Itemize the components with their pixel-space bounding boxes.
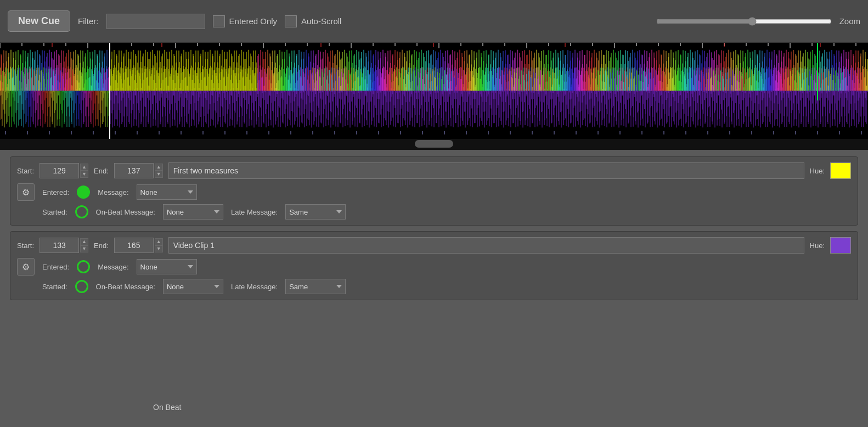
cue1-late-select[interactable]: Same None MIDI OSC — [285, 204, 346, 220]
cue2-hue-swatch[interactable] — [830, 237, 851, 254]
cue2-end-input[interactable] — [114, 238, 154, 253]
cue1-gear-button[interactable]: ⚙ — [17, 183, 35, 201]
cue1-message-select[interactable]: None MIDI OSC DMX — [137, 184, 197, 200]
cue2-row2: ⚙ Entered: Message: None MIDI OSC DMX — [17, 258, 851, 276]
cue2-start-label: Start: — [17, 241, 34, 250]
cue1-message-label: Message: — [98, 188, 128, 196]
cue2-row3: Started: On-Beat Message: None MIDI OSC … — [42, 279, 851, 294]
cue1-started-indicator[interactable] — [75, 205, 88, 218]
cue1-row1: Start: ▲ ▼ End: ▲ ▼ Hue: — [17, 162, 851, 179]
auto-scroll-group: Auto-Scroll — [285, 15, 341, 27]
cue2-late-select[interactable]: Same None MIDI OSC — [285, 279, 346, 294]
cue1-end-arrows: ▲ ▼ — [155, 164, 163, 178]
entered-only-label: Entered Only — [229, 16, 278, 26]
cue2-name-input[interactable] — [168, 237, 804, 254]
cue1-onbeat-select[interactable]: None MIDI OSC DMX — [163, 204, 223, 220]
waveform-scrollbar[interactable] — [415, 140, 453, 148]
toolbar: New Cue Filter: Entered Only Auto-Scroll… — [0, 0, 868, 43]
cue2-start-up[interactable]: ▲ — [80, 238, 88, 245]
cue2-start-down[interactable]: ▼ — [80, 245, 88, 252]
cue-block-1: Start: ▲ ▼ End: ▲ ▼ Hue: ⚙ Ent — [10, 156, 858, 226]
cue1-started-label: Started: — [42, 208, 67, 216]
cue1-start-arrows: ▲ ▼ — [80, 164, 88, 178]
cue1-start-down[interactable]: ▼ — [80, 171, 88, 178]
cue1-entered-label: Entered: — [42, 188, 69, 196]
waveform-container[interactable] — [0, 43, 868, 150]
on-beat-label: On Beat — [153, 403, 181, 412]
cue1-entered-indicator[interactable] — [77, 186, 90, 199]
cue1-hue-label: Hue: — [810, 167, 825, 175]
cue2-started-indicator[interactable] — [75, 280, 88, 293]
cue1-start-stepper: ▲ ▼ — [40, 163, 88, 178]
cue1-start-label: Start: — [17, 167, 34, 175]
main-content: Start: ▲ ▼ End: ▲ ▼ Hue: ⚙ Ent — [0, 150, 868, 307]
cue2-end-arrows: ▲ ▼ — [155, 238, 163, 252]
cue1-start-up[interactable]: ▲ — [80, 164, 88, 171]
cue2-message-select[interactable]: None MIDI OSC DMX — [137, 259, 197, 274]
cue1-end-input[interactable] — [114, 163, 154, 178]
cue2-end-up[interactable]: ▲ — [155, 238, 163, 245]
cue1-end-label: End: — [94, 167, 109, 175]
cue1-onbeat-label: On-Beat Message: — [96, 208, 155, 216]
auto-scroll-label: Auto-Scroll — [301, 16, 341, 26]
waveform-canvas — [0, 43, 868, 139]
cue2-message-label: Message: — [98, 263, 128, 271]
cue2-start-input[interactable] — [40, 238, 79, 253]
cue2-end-down[interactable]: ▼ — [155, 245, 163, 252]
cue2-hue-label: Hue: — [810, 241, 825, 250]
cue2-start-arrows: ▲ ▼ — [80, 238, 88, 252]
cue1-late-label: Late Message: — [231, 208, 278, 216]
cue2-onbeat-select[interactable]: None MIDI OSC DMX — [163, 279, 223, 294]
cue1-end-down[interactable]: ▼ — [155, 171, 163, 178]
cue1-hue-swatch[interactable] — [830, 162, 851, 179]
cue1-end-up[interactable]: ▲ — [155, 164, 163, 171]
filter-input[interactable] — [106, 14, 205, 29]
cue2-entered-label: Entered: — [42, 263, 69, 271]
new-cue-button[interactable]: New Cue — [8, 10, 70, 32]
cue2-onbeat-label: On-Beat Message: — [96, 283, 155, 291]
zoom-slider[interactable] — [656, 17, 832, 26]
entered-only-checkbox[interactable] — [213, 15, 225, 27]
cue1-start-input[interactable] — [40, 163, 79, 178]
cue2-started-label: Started: — [42, 283, 67, 291]
filter-label: Filter: — [78, 16, 99, 26]
cue1-end-stepper: ▲ ▼ — [114, 163, 163, 178]
cue1-row3: Started: On-Beat Message: None MIDI OSC … — [42, 204, 851, 220]
cue2-gear-button[interactable]: ⚙ — [17, 258, 35, 276]
cue2-entered-indicator[interactable] — [77, 260, 90, 273]
zoom-label: Zoom — [839, 16, 860, 26]
cue2-end-label: End: — [94, 241, 109, 250]
cue2-start-stepper: ▲ ▼ — [40, 238, 88, 253]
cue2-end-stepper: ▲ ▼ — [114, 238, 163, 253]
cue2-row1: Start: ▲ ▼ End: ▲ ▼ Hue: — [17, 237, 851, 254]
cue1-name-input[interactable] — [168, 162, 804, 179]
cue-block-2: Start: ▲ ▼ End: ▲ ▼ Hue: ⚙ Ent — [10, 231, 858, 300]
auto-scroll-checkbox[interactable] — [285, 15, 297, 27]
cue1-row2: ⚙ Entered: Message: None MIDI OSC DMX — [17, 183, 851, 201]
entered-only-group: Entered Only — [213, 15, 278, 27]
cue2-late-label: Late Message: — [231, 283, 278, 291]
